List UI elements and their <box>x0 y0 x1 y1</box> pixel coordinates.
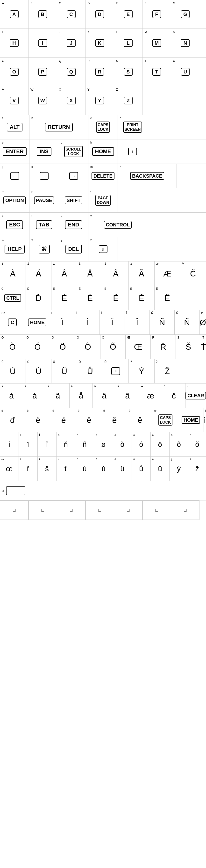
key-backspace[interactable]: BACKSPACE <box>130 172 164 180</box>
bottom-icon-4[interactable]: □ <box>85 500 114 520</box>
key-enter[interactable]: ENTER <box>3 147 27 156</box>
cell-aacute[interactable]: á á <box>23 383 46 408</box>
cell-Zcaron[interactable]: Ž Ž <box>154 359 180 383</box>
cell-B[interactable]: B B <box>29 0 57 29</box>
key-U[interactable]: U <box>181 68 190 75</box>
cell-idiaer[interactable]: Ï ï <box>19 432 38 457</box>
cell-Icirc[interactable]: Î Î <box>125 310 150 335</box>
key-E[interactable]: E <box>124 10 133 18</box>
cell-scrolllock[interactable]: g SCROLLLOCK <box>59 140 89 164</box>
bottom-icon-3[interactable]: □ <box>57 500 85 520</box>
cell-Ecaron[interactable]: Ě Ě <box>129 286 154 310</box>
cell-del[interactable]: y DEL <box>59 237 89 261</box>
cell-Adiaer[interactable]: Â Â <box>52 261 77 286</box>
cell-oacute[interactable]: ó ó <box>132 432 151 457</box>
cell-yacute[interactable]: ý ý <box>170 457 188 481</box>
bottom-icon-1[interactable]: □ <box>0 500 29 520</box>
cell-Rcaron[interactable]: Ř Ř <box>151 335 176 359</box>
cell-pagedown[interactable]: r PAGEDOWN <box>89 188 118 212</box>
key-home[interactable]: HOME <box>92 147 114 156</box>
cell-Dcaron[interactable]: Ď Ď <box>26 286 52 310</box>
cell-Tcaron[interactable]: Ť Ť <box>201 335 206 359</box>
key-F[interactable]: F <box>152 10 161 18</box>
cell-agrave[interactable]: à à <box>0 383 23 408</box>
key-W[interactable]: W <box>38 97 47 104</box>
cell-end[interactable]: u END <box>59 213 89 237</box>
cell-ae[interactable]: æ æ <box>139 383 162 408</box>
cell-zcaron[interactable]: ž ž <box>188 457 206 481</box>
cell-Scaron[interactable]: Š Š <box>176 335 201 359</box>
cell-uring[interactable]: ů ů <box>132 457 151 481</box>
cell-igrave[interactable]: l ì <box>204 408 206 432</box>
cell-G[interactable]: G G <box>171 0 200 29</box>
key-Q[interactable]: Q <box>67 68 76 75</box>
cell-R[interactable]: R R <box>85 58 114 86</box>
cell-HOME-upper[interactable]: HOME <box>25 310 50 335</box>
key-ins[interactable]: INS <box>37 147 52 156</box>
cell-T[interactable]: T T <box>142 58 171 86</box>
key-C[interactable]: C <box>67 10 76 18</box>
cell-Aacute[interactable]: Á Á <box>26 261 52 286</box>
cell-L[interactable]: L L <box>114 29 142 57</box>
cell-D[interactable]: D D <box>85 0 114 29</box>
cell-pause[interactable]: p PAUSE <box>30 188 59 212</box>
cell-apple[interactable]: z  <box>89 237 118 261</box>
cell-delete[interactable]: m DELETE <box>89 164 118 188</box>
key-J[interactable]: J <box>67 39 76 47</box>
cell-return[interactable]: b RETURN <box>30 115 89 139</box>
cell-Ograve[interactable]: Ò Ò <box>0 335 25 359</box>
cell-help[interactable]: w HELP <box>0 237 30 261</box>
cell-Ntilde1[interactable]: Ñ Ñ <box>150 310 175 335</box>
key-printscreen[interactable]: PRINTSCREEN <box>123 122 142 133</box>
cell-otilde[interactable]: õ õ <box>188 432 206 457</box>
cell-uacute[interactable]: ú ú <box>94 457 113 481</box>
cell-ecaron[interactable]: ě ě <box>102 408 127 432</box>
cell-esc[interactable]: s ESC <box>0 213 30 237</box>
key-M[interactable]: M <box>152 39 161 47</box>
cell-V[interactable]: V V <box>0 86 29 115</box>
bottom-icon-5[interactable]: □ <box>114 500 142 520</box>
key-K[interactable]: K <box>95 39 104 47</box>
key-up[interactable]: ↑ <box>128 148 137 155</box>
cell-odiaer[interactable]: ö ö <box>151 432 170 457</box>
key-capslock-lower[interactable]: CAPSLOCK <box>159 414 172 426</box>
cell-iacute[interactable]: Í í <box>0 432 19 457</box>
key-return[interactable]: RETURN <box>45 123 73 131</box>
cell-Ccaron[interactable]: Č Č <box>180 261 206 286</box>
cell-Acirc[interactable]: Â Â <box>103 261 129 286</box>
cell-Egrave[interactable]: È È <box>52 286 77 310</box>
cell-ctrl[interactable]: C CTRL <box>0 286 26 310</box>
cell-Igrave[interactable]: l Ì <box>50 310 75 335</box>
key-esc[interactable]: ESC <box>6 220 23 229</box>
key-I[interactable]: I <box>38 39 47 47</box>
cell-I[interactable]: I I <box>29 29 57 57</box>
key-D[interactable]: D <box>95 10 104 18</box>
cell-C-upper[interactable]: Ch C <box>0 310 25 335</box>
cell-F[interactable]: F F <box>142 0 171 29</box>
key-delete[interactable]: DELETE <box>92 172 114 180</box>
cell-ecirc[interactable]: ê ê <box>127 408 152 432</box>
cell-ucirc[interactable]: û û <box>151 457 170 481</box>
cell-atilde[interactable]: ã ã <box>116 383 139 408</box>
cell-ncaron[interactable]: ň ň <box>57 432 75 457</box>
key-pause[interactable]: PAUSE <box>34 196 54 204</box>
cell-U[interactable]: U U <box>171 58 200 86</box>
cell-enter[interactable]: e ENTER <box>0 140 30 164</box>
empty-key-box[interactable] <box>6 487 25 495</box>
bottom-icon-7[interactable]: □ <box>171 500 200 520</box>
cell-Agrave[interactable]: À À <box>0 261 26 286</box>
cell-egrave[interactable]: è è <box>25 408 51 432</box>
cell-apple-upper[interactable]: Ū  <box>103 359 129 383</box>
key-B[interactable]: B <box>38 10 47 18</box>
cell-Udiaer[interactable]: Ü Ü <box>52 359 77 383</box>
cell-ins[interactable]: f INS <box>30 140 59 164</box>
cell-ntilde[interactable]: ñ ñ <box>75 432 94 457</box>
key-shift[interactable]: SHIFT <box>65 196 82 204</box>
key-clear[interactable]: CLEAR <box>185 392 206 399</box>
key-O[interactable]: O <box>10 68 19 75</box>
cell-ugrave[interactable]: ù ù <box>75 457 94 481</box>
cell-Q[interactable]: Q Q <box>57 58 85 86</box>
cell-option[interactable]: o OPTION <box>0 188 30 212</box>
cell-backspace[interactable]: n BACKSPACE <box>118 164 177 188</box>
key-V[interactable]: V <box>10 97 19 104</box>
